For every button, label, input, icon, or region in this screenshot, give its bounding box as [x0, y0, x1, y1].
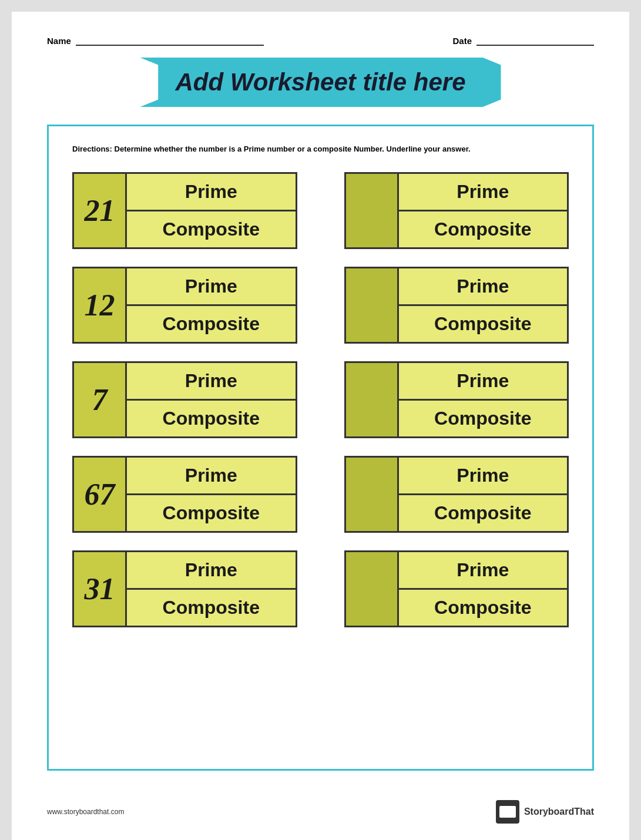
storyboard-logo: StoryboardThat — [496, 800, 594, 824]
composite-option-7[interactable]: Composite — [127, 495, 296, 531]
prime-option-4[interactable]: Prime — [399, 268, 568, 306]
name-field: Name — [47, 35, 264, 46]
storyboard-logo-icon — [496, 800, 519, 824]
name-line[interactable] — [76, 35, 264, 46]
problem-8: Prime Composite — [344, 456, 569, 533]
number-box-6 — [346, 363, 399, 436]
brand-name: StoryboardThat — [524, 807, 594, 817]
prime-option-9[interactable]: Prime — [127, 552, 296, 590]
name-label: Name — [47, 36, 71, 46]
problem-2: Prime Composite — [344, 172, 569, 249]
number-box-10 — [346, 552, 399, 626]
prime-option-2[interactable]: Prime — [399, 174, 568, 211]
header-row: Name Date — [47, 35, 594, 46]
problem-7: 67 Prime Composite — [72, 456, 297, 533]
problems-grid: 21 Prime Composite Prime Composite — [72, 172, 569, 627]
number-box-3: 12 — [74, 268, 127, 342]
banner-ribbon: Add Worksheet title here — [140, 58, 501, 107]
composite-option-1[interactable]: Composite — [127, 211, 296, 247]
number-box-8 — [346, 458, 399, 531]
prime-option-10[interactable]: Prime — [399, 552, 568, 590]
prime-option-7[interactable]: Prime — [127, 458, 296, 495]
prime-option-8[interactable]: Prime — [399, 458, 568, 495]
composite-option-2[interactable]: Composite — [399, 211, 568, 247]
problem-1: 21 Prime Composite — [72, 172, 297, 249]
date-label: Date — [452, 36, 472, 46]
options-box-9: Prime Composite — [127, 552, 296, 626]
options-box-1: Prime Composite — [127, 174, 296, 247]
prime-option-3[interactable]: Prime — [127, 268, 296, 306]
options-box-5: Prime Composite — [127, 363, 296, 436]
problem-5: 7 Prime Composite — [72, 361, 297, 438]
composite-option-5[interactable]: Composite — [127, 401, 296, 436]
footer-url: www.storyboardthat.com — [47, 808, 124, 816]
composite-option-8[interactable]: Composite — [399, 495, 568, 531]
number-box-1: 21 — [74, 174, 127, 247]
number-box-4 — [346, 268, 399, 342]
footer: www.storyboardthat.com StoryboardThat — [47, 794, 594, 824]
directions-text: Directions: Determine whether the number… — [72, 144, 569, 154]
title-container: Add Worksheet title here — [47, 58, 594, 107]
options-box-4: Prime Composite — [399, 268, 568, 342]
worksheet-page: Name Date Add Worksheet title here Direc… — [12, 12, 629, 840]
problem-10: Prime Composite — [344, 550, 569, 627]
composite-option-10[interactable]: Composite — [399, 590, 568, 626]
composite-option-3[interactable]: Composite — [127, 306, 296, 342]
number-9: 31 — [85, 572, 115, 606]
worksheet-title[interactable]: Add Worksheet title here — [176, 68, 466, 96]
composite-option-4[interactable]: Composite — [399, 306, 568, 342]
date-line[interactable] — [476, 35, 594, 46]
number-box-9: 31 — [74, 552, 127, 626]
problem-9: 31 Prime Composite — [72, 550, 297, 627]
options-box-10: Prime Composite — [399, 552, 568, 626]
problem-4: Prime Composite — [344, 267, 569, 344]
problem-3: 12 Prime Composite — [72, 267, 297, 344]
options-box-6: Prime Composite — [399, 363, 568, 436]
main-content-box: Directions: Determine whether the number… — [47, 125, 594, 771]
options-box-8: Prime Composite — [399, 458, 568, 531]
number-7: 67 — [85, 477, 115, 512]
number-box-7: 67 — [74, 458, 127, 531]
number-3: 12 — [85, 288, 115, 322]
problem-6: Prime Composite — [344, 361, 569, 438]
composite-option-9[interactable]: Composite — [127, 590, 296, 626]
number-5: 7 — [92, 382, 108, 417]
date-field: Date — [452, 35, 594, 46]
prime-option-6[interactable]: Prime — [399, 363, 568, 401]
options-box-2: Prime Composite — [399, 174, 568, 247]
number-box-5: 7 — [74, 363, 127, 436]
number-1: 21 — [85, 193, 115, 228]
number-box-2 — [346, 174, 399, 247]
prime-option-5[interactable]: Prime — [127, 363, 296, 401]
options-box-3: Prime Composite — [127, 268, 296, 342]
options-box-7: Prime Composite — [127, 458, 296, 531]
composite-option-6[interactable]: Composite — [399, 401, 568, 436]
prime-option-1[interactable]: Prime — [127, 174, 296, 211]
